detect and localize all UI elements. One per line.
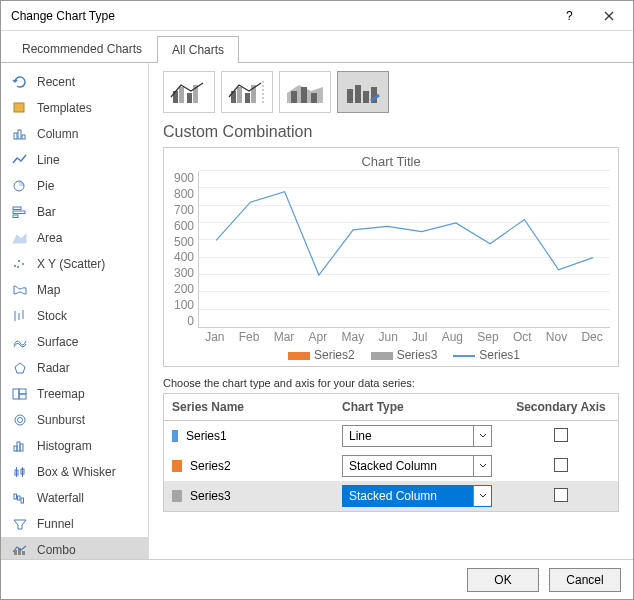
svg-rect-34 [21, 498, 24, 503]
sidebar-item-waterfall[interactable]: Waterfall [1, 485, 148, 511]
chart-type-dropdown-series2[interactable]: Stacked Column [342, 455, 492, 477]
sidebar-item-funnel[interactable]: Funnel [1, 511, 148, 537]
scatter-icon [11, 256, 29, 272]
chart-preview[interactable]: Chart Title 9008007006005004003002001000… [163, 147, 619, 367]
templates-icon [11, 100, 29, 116]
svg-point-24 [18, 418, 23, 423]
sidebar-item-pie[interactable]: Pie [1, 173, 148, 199]
sidebar-item-combo[interactable]: Combo [1, 537, 148, 559]
series-table: Series Name Chart Type Secondary Axis Se… [163, 393, 619, 512]
tab-recommended-charts[interactable]: Recommended Charts [7, 35, 157, 62]
column-icon [11, 126, 29, 142]
combo-subtype-row [163, 71, 619, 113]
sidebar-item-label: Bar [37, 205, 56, 219]
subtype-clustered-column-line[interactable] [163, 71, 215, 113]
svg-rect-27 [20, 444, 23, 451]
secondary-axis-checkbox-series2[interactable] [554, 458, 568, 472]
tab-bar: Recommended Charts All Charts [1, 31, 633, 63]
y-axis: 9008007006005004003002001000 [172, 171, 198, 328]
help-button[interactable]: ? [549, 2, 589, 30]
chart-type-sidebar: Recent Templates Column Line Pie Bar Are… [1, 63, 149, 559]
funnel-icon [11, 516, 29, 532]
svg-rect-44 [237, 87, 242, 103]
histogram-icon [11, 438, 29, 454]
sidebar-item-label: Pie [37, 179, 54, 193]
sidebar-item-box-whisker[interactable]: Box & Whisker [1, 459, 148, 485]
sidebar-item-label: Funnel [37, 517, 74, 531]
svg-rect-4 [14, 133, 17, 139]
chevron-down-icon [473, 426, 491, 446]
series-swatch-icon [172, 490, 182, 502]
svg-point-12 [14, 265, 16, 267]
section-title: Custom Combination [163, 123, 619, 141]
sidebar-item-label: Waterfall [37, 491, 84, 505]
tab-all-charts[interactable]: All Charts [157, 36, 239, 63]
close-button[interactable] [589, 2, 629, 30]
svg-marker-11 [13, 234, 26, 243]
svg-rect-9 [13, 211, 25, 214]
sidebar-item-scatter[interactable]: X Y (Scatter) [1, 251, 148, 277]
ok-button[interactable]: OK [467, 568, 539, 592]
svg-rect-51 [311, 93, 317, 103]
svg-marker-35 [14, 520, 26, 529]
svg-rect-53 [355, 85, 361, 103]
col-head-series-name: Series Name [164, 394, 334, 420]
svg-rect-21 [19, 389, 26, 394]
sidebar-item-line[interactable]: Line [1, 147, 148, 173]
svg-rect-52 [347, 89, 353, 103]
sidebar-item-label: Templates [37, 101, 92, 115]
svg-rect-45 [245, 93, 250, 103]
series-row-series3[interactable]: Series3 Stacked Column [164, 481, 618, 511]
sidebar-item-radar[interactable]: Radar [1, 355, 148, 381]
sidebar-item-treemap[interactable]: Treemap [1, 381, 148, 407]
titlebar: Change Chart Type ? [1, 1, 633, 31]
chart-type-dropdown-series3[interactable]: Stacked Column [342, 485, 492, 507]
sidebar-item-column[interactable]: Column [1, 121, 148, 147]
sidebar-item-area[interactable]: Area [1, 225, 148, 251]
cancel-button[interactable]: Cancel [549, 568, 621, 592]
sidebar-item-label: Area [37, 231, 62, 245]
svg-rect-8 [13, 207, 21, 210]
sidebar-item-histogram[interactable]: Histogram [1, 433, 148, 459]
sidebar-item-sunburst[interactable]: Sunburst [1, 407, 148, 433]
sidebar-item-label: Stock [37, 309, 67, 323]
sidebar-item-recent[interactable]: Recent [1, 69, 148, 95]
surface-icon [11, 334, 29, 350]
sidebar-item-label: Column [37, 127, 78, 141]
sidebar-item-surface[interactable]: Surface [1, 329, 148, 355]
pie-icon [11, 178, 29, 194]
sunburst-icon [11, 412, 29, 428]
chart-title: Chart Title [172, 154, 610, 169]
secondary-axis-checkbox-series3[interactable] [554, 488, 568, 502]
chart-legend: Series2 Series3 Series1 [172, 348, 610, 362]
sidebar-item-stock[interactable]: Stock [1, 303, 148, 329]
subtype-stacked-area-column[interactable] [279, 71, 331, 113]
svg-point-14 [22, 263, 24, 265]
svg-marker-19 [15, 363, 25, 373]
sidebar-item-bar[interactable]: Bar [1, 199, 148, 225]
series-row-series2[interactable]: Series2 Stacked Column [164, 451, 618, 481]
svg-rect-50 [301, 87, 307, 103]
sidebar-item-label: Sunburst [37, 413, 85, 427]
sidebar-item-templates[interactable]: Templates [1, 95, 148, 121]
line-icon [11, 152, 29, 168]
series-row-series1[interactable]: Series1 Line [164, 421, 618, 451]
dialog-footer: OK Cancel [1, 559, 633, 599]
sidebar-item-map[interactable]: Map [1, 277, 148, 303]
series-swatch-icon [172, 460, 182, 472]
svg-rect-6 [22, 135, 25, 139]
stock-icon [11, 308, 29, 324]
chart-type-dropdown-series1[interactable]: Line [342, 425, 492, 447]
svg-rect-10 [13, 215, 18, 218]
col-head-secondary-axis: Secondary Axis [504, 396, 618, 418]
svg-point-13 [18, 260, 20, 262]
svg-rect-33 [18, 496, 21, 500]
secondary-axis-checkbox-series1[interactable] [554, 428, 568, 442]
col-head-chart-type: Chart Type [334, 396, 504, 418]
svg-text:?: ? [566, 11, 573, 21]
sidebar-item-label: X Y (Scatter) [37, 257, 105, 271]
subtype-custom-combination[interactable] [337, 71, 389, 113]
series-prompt: Choose the chart type and axis for your … [163, 377, 619, 389]
svg-rect-54 [363, 91, 369, 103]
subtype-clustered-column-line-secondary[interactable] [221, 71, 273, 113]
